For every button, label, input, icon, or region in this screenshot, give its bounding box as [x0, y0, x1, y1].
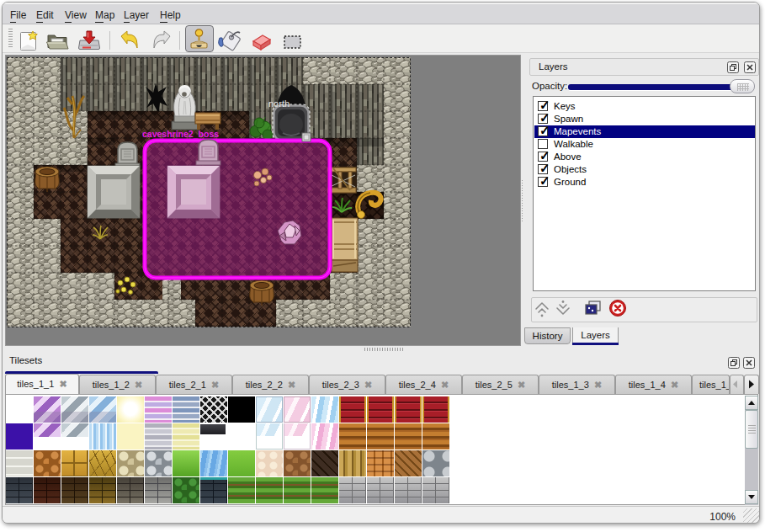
svg-text:north: north — [268, 98, 290, 109]
svg-text:caveshrine2_boss: caveshrine2_boss — [142, 129, 219, 139]
